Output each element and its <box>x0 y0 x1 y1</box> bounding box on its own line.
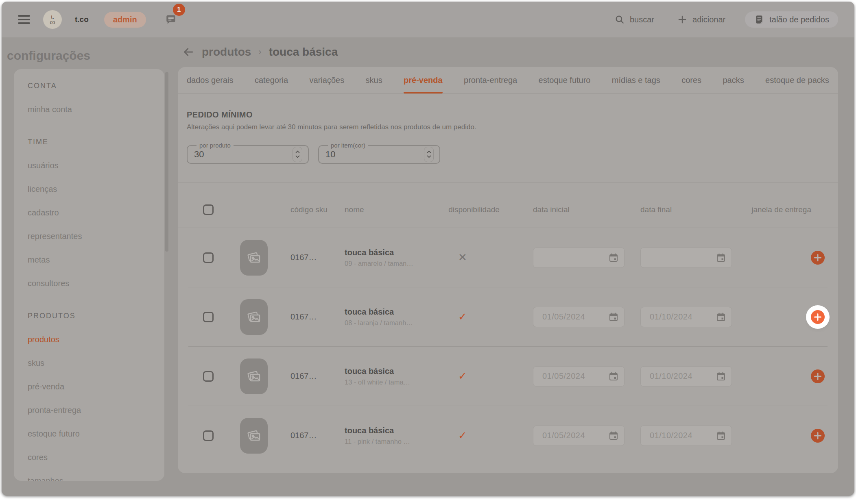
sidebar-item-pronta-entrega[interactable]: pronta-entrega <box>28 406 81 415</box>
tab-skus[interactable]: skus <box>366 67 382 93</box>
select-all-checkbox[interactable] <box>203 204 214 215</box>
row-checkbox[interactable] <box>203 312 214 322</box>
tab-categoria[interactable]: categoria <box>255 67 288 93</box>
product-card: dados gerais categoria variações skus pr… <box>178 67 838 473</box>
receipt-icon <box>754 14 764 25</box>
back-arrow-icon[interactable] <box>182 46 194 58</box>
product-thumbnail <box>240 418 268 454</box>
min-per-item-color-value[interactable]: 10 <box>325 149 335 160</box>
sidebar-item-produtos[interactable]: produtos <box>28 335 59 344</box>
min-per-product-label: por produto <box>197 142 234 149</box>
menu-icon[interactable] <box>18 15 30 24</box>
chat-button[interactable]: 1 <box>165 13 177 26</box>
sidebar-item-minha-conta[interactable]: minha conta <box>28 105 72 114</box>
breadcrumb-current: touca básica <box>269 46 338 59</box>
start-date-field[interactable]: 01/05/2024 <box>533 366 625 387</box>
min-per-item-color-label: por item(cor) <box>328 142 368 149</box>
end-date-field[interactable]: 01/10/2024 <box>640 426 732 446</box>
start-date-field[interactable]: 01/05/2024 <box>533 307 625 327</box>
breadcrumb-parent[interactable]: produtos <box>202 46 251 59</box>
product-variant: 09 - amarelo / taman… <box>345 260 434 267</box>
sidebar-item-usuarios[interactable]: usuários <box>28 161 59 170</box>
product-thumbnail <box>240 299 268 335</box>
header-delivery-window: janela de entrega <box>751 205 811 214</box>
start-date-field[interactable]: 01/05/2024 <box>533 426 625 446</box>
avatar[interactable]: t. co <box>43 10 62 29</box>
tab-packs[interactable]: packs <box>723 67 744 93</box>
sku-code: 0167… <box>290 431 335 440</box>
minimum-order-section: PEDIDO MÍNIMO Alterações aqui podem leva… <box>178 94 838 182</box>
min-per-item-color-field[interactable]: por item(cor) 10 <box>318 142 440 164</box>
tab-pre-venda[interactable]: pré-venda <box>404 67 443 93</box>
product-variant: 13 - off white / tama… <box>345 378 434 386</box>
product-name: touca básica <box>345 248 434 257</box>
table-row: 0167… touca básica 13 - off white / tama… <box>178 347 838 406</box>
calendar-icon <box>716 253 726 263</box>
sidebar-item-tamanhos[interactable]: tamanhos <box>28 476 63 481</box>
sidebar-item-estoque-futuro[interactable]: estoque futuro <box>28 429 80 439</box>
header-availability: disponibilidade <box>448 205 500 214</box>
end-date-field[interactable] <box>640 248 732 268</box>
main-area: produtos › touca básica dados gerais cat… <box>178 37 854 496</box>
calendar-icon <box>716 312 726 322</box>
calendar-icon <box>609 312 618 322</box>
end-date-field[interactable]: 01/10/2024 <box>640 366 732 387</box>
min-per-product-field[interactable]: por produto 30 <box>187 142 309 164</box>
min-per-product-value[interactable]: 30 <box>194 149 204 160</box>
tab-estoque-de-packs[interactable]: estoque de packs <box>765 67 829 93</box>
tab-cores[interactable]: cores <box>681 67 701 93</box>
tab-estoque-futuro[interactable]: estoque futuro <box>539 67 591 93</box>
min-per-item-color-stepper[interactable] <box>424 147 434 162</box>
header-end-date: data final <box>640 205 732 214</box>
breadcrumb: produtos › touca básica <box>182 43 854 61</box>
row-checkbox[interactable] <box>203 430 214 441</box>
search-icon <box>614 14 625 25</box>
product-name: touca básica <box>345 367 434 376</box>
availability-check-icon: ✓ <box>458 370 467 382</box>
availability-check-icon: ✓ <box>458 311 467 323</box>
sidebar-scrollbar-thumb[interactable] <box>165 72 168 252</box>
table-header: código sku nome disponibilidade data ini… <box>178 183 838 228</box>
add-delivery-window-button-highlighted[interactable] <box>811 310 825 324</box>
avatar-line2: co <box>50 20 55 25</box>
product-tabs: dados gerais categoria variações skus pr… <box>178 67 838 94</box>
header-start-date: data inicial <box>533 205 625 214</box>
calendar-icon <box>609 253 618 263</box>
tab-midias-e-tags[interactable]: mídias e tags <box>612 67 660 93</box>
calendar-icon <box>609 371 618 381</box>
add-delivery-window-button[interactable] <box>811 251 825 265</box>
product-thumbnail <box>240 358 268 394</box>
min-per-product-stepper[interactable] <box>293 147 302 162</box>
header-name: nome <box>345 205 434 214</box>
sidebar-section-produtos: PRODUTOS <box>28 304 164 328</box>
admin-badge: admin <box>104 12 146 28</box>
order-pad-button[interactable]: talão de pedidos <box>745 11 838 28</box>
sidebar-item-representantes[interactable]: representantes <box>28 232 82 241</box>
product-thumbnail <box>240 240 268 276</box>
product-variant: 11 - pink / tamanho … <box>345 438 434 445</box>
sidebar-item-metas[interactable]: metas <box>28 255 50 265</box>
sidebar-item-cadastro[interactable]: cadastro <box>28 208 59 217</box>
settings-sidebar: configurações CONTA minha conta TIME usu… <box>2 37 178 496</box>
notification-badge: 1 <box>173 4 185 16</box>
add-delivery-window-button[interactable] <box>811 429 825 443</box>
sku-code: 0167… <box>290 371 335 381</box>
sidebar-item-pre-venda[interactable]: pré-venda <box>28 382 64 391</box>
row-checkbox[interactable] <box>203 371 214 382</box>
calendar-icon <box>609 431 618 441</box>
sidebar-item-cores[interactable]: cores <box>28 453 48 462</box>
add-button[interactable]: adicionar <box>677 14 725 25</box>
start-date-field[interactable] <box>533 248 625 268</box>
tab-variacoes[interactable]: variações <box>310 67 345 93</box>
tab-pronta-entrega[interactable]: pronta-entrega <box>464 67 517 93</box>
add-delivery-window-button[interactable] <box>811 369 825 383</box>
sidebar-item-skus[interactable]: skus <box>28 358 44 368</box>
sidebar-item-licencas[interactable]: licenças <box>28 185 57 194</box>
tab-dados-gerais[interactable]: dados gerais <box>187 67 234 93</box>
search-button[interactable]: buscar <box>614 14 654 25</box>
row-checkbox[interactable] <box>203 252 214 263</box>
end-date-field[interactable]: 01/10/2024 <box>640 307 732 327</box>
sidebar-item-consultores[interactable]: consultores <box>28 279 69 288</box>
sidebar-menu: CONTA minha conta TIME usuários licenças… <box>14 69 164 481</box>
availability-check-icon: ✓ <box>458 429 467 442</box>
